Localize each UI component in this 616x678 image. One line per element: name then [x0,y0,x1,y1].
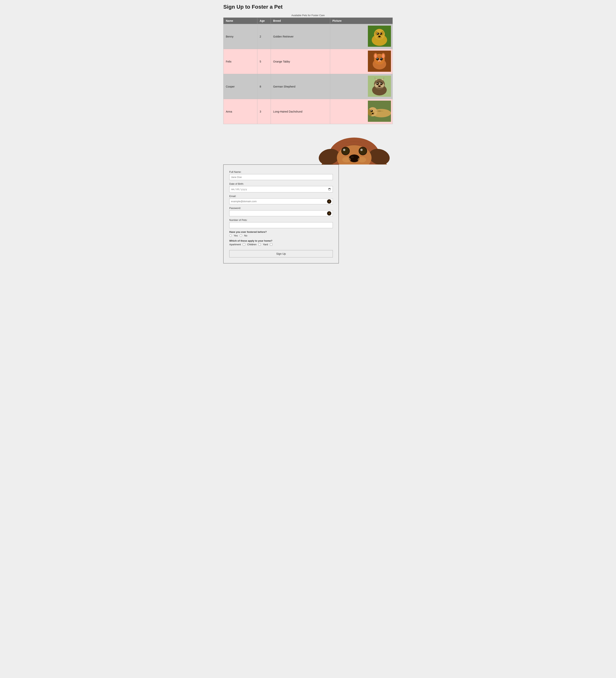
num-pets-group: Number of Pets: [229,219,333,228]
svg-point-6 [380,33,382,35]
svg-point-56 [343,149,346,151]
table-row: Benny2Golden Retriever [223,24,393,49]
pet-age: 2 [257,24,270,49]
apartment-checkbox[interactable] [243,243,245,246]
svg-point-47 [372,113,374,114]
svg-point-8 [380,33,381,34]
svg-point-36 [377,83,378,84]
fostered-label: Have you ever fostered before? [229,230,333,233]
svg-point-63 [358,157,366,162]
page-wrapper: Sign Up to Foster a Pet Available Pets f… [221,0,395,267]
svg-point-61 [351,156,354,158]
col-picture: Picture [330,18,393,24]
pet-name: Benny [223,24,257,49]
col-age: Age [257,18,270,24]
fostered-no-label: No [244,234,247,237]
fostered-yes-label: Yes [234,234,238,237]
col-breed: Breed [271,18,330,24]
home-label: Which of these apply to your home? [229,239,333,242]
fostered-no-radio[interactable] [240,234,242,237]
num-pets-input[interactable] [229,222,333,228]
fostered-radio-group: Yes No [229,234,333,237]
pet-name: Anna [223,99,257,124]
table-header-row: Name Age Breed Picture [223,18,393,24]
svg-point-60 [349,154,360,162]
yard-label: Yard [263,243,268,246]
svg-point-5 [377,33,379,35]
pet-breed: Golden Retriever [271,24,330,49]
dog-peek-container [223,130,393,164]
email-input[interactable] [229,198,333,204]
password-label: Password: [229,206,333,210]
svg-point-55 [342,148,349,154]
svg-point-48 [384,111,391,116]
email-info-icon: i [327,199,331,203]
table-row: Cooper8German Shepherd [223,74,393,99]
svg-point-62 [342,157,351,162]
pet-picture-cell [330,24,393,49]
page-title: Sign Up to Foster a Pet [223,4,393,10]
svg-point-7 [377,33,378,34]
password-input[interactable] [229,210,333,216]
table-row: Felix5Orange Tabby [223,49,393,74]
pet-breed: Orange Tabby [271,49,330,74]
svg-point-59 [360,149,363,151]
dob-input[interactable] [229,186,333,192]
email-group: Email: i [229,195,333,204]
full-name-label: Full Name: [229,171,333,173]
pet-picture-cell [330,99,393,124]
home-group: Which of these apply to your home? Apart… [229,239,333,246]
pet-picture-cell [330,74,393,99]
email-input-wrapper: i [229,198,333,204]
yard-checkbox[interactable] [270,243,273,246]
children-label: Children [247,243,256,246]
num-pets-label: Number of Pets: [229,219,333,221]
fostered-yes-radio[interactable] [229,234,232,237]
pet-age: 8 [257,74,270,99]
pet-age: 5 [257,49,270,74]
pet-name: Felix [223,49,257,74]
pets-table: Name Age Breed Picture Benny2Golden Retr… [223,17,393,124]
svg-point-23 [381,58,382,59]
svg-point-35 [380,82,383,85]
email-label: Email: [229,195,333,198]
password-info-icon: i [327,211,331,216]
svg-point-16 [374,54,377,58]
signup-form-section: Full Name: Date of Birth: Email: i Passw… [223,164,339,263]
col-name: Name [223,18,257,24]
full-name-group: Full Name: [229,171,333,180]
pet-age: 3 [257,99,270,124]
full-name-input[interactable] [229,174,333,180]
svg-point-17 [382,54,385,58]
svg-point-58 [359,148,366,154]
dog-peek-image [316,130,393,164]
children-checkbox[interactable] [258,243,261,246]
fostered-group: Have you ever fostered before? Yes No [229,230,333,237]
table-caption: Available Pets for Foster Care [223,14,393,17]
password-group: Password: i [229,206,333,216]
pet-picture-cell [330,49,393,74]
svg-point-34 [376,82,379,85]
password-input-wrapper: i [229,210,333,216]
dob-label: Date of Birth: [229,182,333,185]
pet-breed: German Shepherd [271,74,330,99]
svg-point-22 [377,58,377,59]
pets-table-section: Available Pets for Foster Care Name Age … [223,14,393,124]
svg-point-39 [378,86,381,87]
apartment-label: Apartment [229,243,241,246]
svg-point-45 [371,110,372,111]
home-checkbox-group: Apartment Children Yard [229,243,333,246]
pet-name: Cooper [223,74,257,99]
table-row: Anna3Long-Haired Dachshund [223,99,393,124]
sign-up-button[interactable]: Sign Up [229,250,333,257]
pet-breed: Long-Haired Dachshund [271,99,330,124]
dob-group: Date of Birth: [229,182,333,192]
svg-point-25 [378,61,380,62]
svg-point-37 [381,83,382,84]
pets-tbody: Benny2Golden Retriever Felix5Orange Tabb… [223,24,393,124]
svg-point-10 [378,36,381,37]
